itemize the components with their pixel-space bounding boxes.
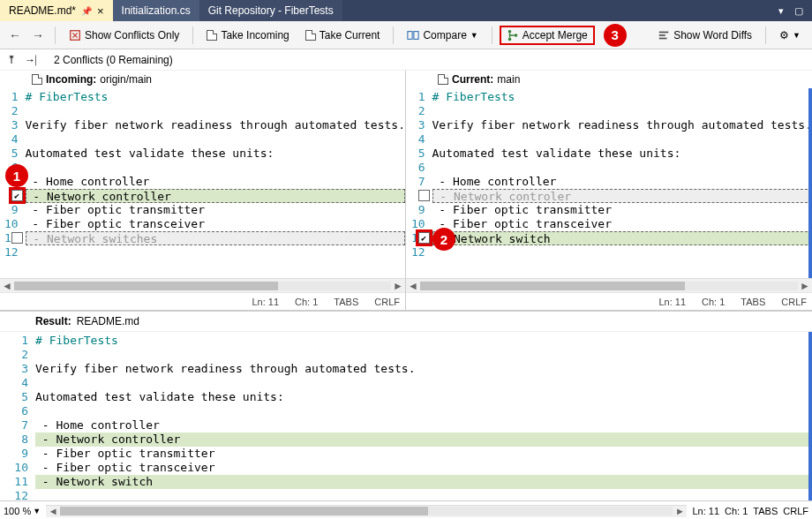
- tab-label: Git Repository - FiberTests: [208, 4, 334, 17]
- code-line: - Home controller: [26, 175, 405, 189]
- pin-icon[interactable]: 📌: [81, 6, 92, 16]
- code-line: - Fiber optic transmitter: [432, 203, 812, 217]
- scroll-left-icon[interactable]: ◄: [0, 280, 14, 292]
- code-line: [26, 245, 405, 260]
- code-line-conflict: - Network controler: [432, 189, 812, 203]
- scroll-right-icon[interactable]: ►: [798, 280, 812, 292]
- svg-rect-8: [659, 37, 667, 39]
- scroll-thumb[interactable]: [60, 507, 428, 515]
- first-conflict-icon[interactable]: ⤒: [7, 54, 16, 66]
- scroll-track[interactable]: [420, 282, 798, 290]
- conflict-checkbox-2[interactable]: [418, 232, 430, 244]
- result-lines: # FiberTests Verify fiber network readin…: [35, 332, 808, 500]
- tab-label: Initialization.cs: [122, 4, 191, 17]
- status-crlf: CRLF: [374, 297, 400, 307]
- conflict-checkbox-1[interactable]: [11, 190, 23, 201]
- take-incoming-button[interactable]: Take Incoming: [200, 26, 295, 45]
- code-line: Verify fiber network readiness through a…: [35, 362, 808, 376]
- svg-rect-7: [659, 34, 665, 36]
- code-line: - Fiber optic transceiver: [432, 217, 812, 231]
- svg-rect-2: [414, 31, 418, 39]
- code-line: [26, 132, 405, 147]
- take-incoming-label: Take Incoming: [221, 29, 289, 41]
- dropdown-icon[interactable]: ▼: [33, 507, 41, 515]
- tab-git-repo[interactable]: Git Repository - FiberTests: [199, 0, 342, 21]
- tab-initialization[interactable]: Initialization.cs: [113, 0, 199, 21]
- scroll-left-icon[interactable]: ◄: [406, 280, 420, 292]
- show-word-diffs-button[interactable]: Show Word Diffs: [651, 26, 758, 45]
- bottom-bar: 100 % ▼ ◄ ► Ln: 11 Ch: 1 TABS CRLF: [0, 500, 812, 519]
- svg-point-5: [514, 34, 517, 37]
- take-current-label: Take Current: [320, 29, 380, 41]
- scroll-track[interactable]: [14, 282, 391, 290]
- scroll-indicator[interactable]: [808, 332, 812, 500]
- take-current-button[interactable]: Take Current: [299, 26, 387, 45]
- tab-overflow: ▾ ▢: [775, 4, 812, 19]
- separator: [492, 26, 492, 44]
- incoming-branch: origin/main: [100, 73, 152, 86]
- separator: [393, 26, 394, 44]
- scroll-thumb[interactable]: [14, 282, 278, 290]
- document-tabs: README.md* 📌 × Initialization.cs Git Rep…: [0, 0, 812, 21]
- incoming-label: Incoming:: [46, 73, 96, 86]
- scroll-thumb[interactable]: [420, 282, 685, 290]
- compare-label: Compare: [423, 29, 466, 41]
- scroll-indicator[interactable]: [808, 88, 812, 278]
- code-line-conflict: - Network switches: [26, 231, 405, 245]
- code-line: [26, 104, 405, 118]
- window-box-icon[interactable]: ▢: [791, 4, 807, 19]
- status-tabs: TABS: [334, 297, 358, 307]
- compare-button[interactable]: Compare ▼: [401, 26, 484, 45]
- nav-back-button[interactable]: ←: [5, 26, 25, 44]
- conflict-nav-bar: ⤒ →⎸ 2 Conflicts (0 Remaining): [0, 49, 812, 71]
- merge-toolbar: ← → Show Conflicts Only Take Incoming Ta…: [0, 21, 812, 49]
- accept-merge-button[interactable]: Accept Merge: [500, 26, 595, 45]
- tab-label: README.md*: [9, 4, 76, 17]
- current-gutter: 123456789101112: [406, 88, 432, 278]
- doc-icon: [207, 30, 217, 41]
- dropdown-icon: ▼: [793, 31, 801, 40]
- current-label: Current:: [452, 73, 493, 86]
- settings-button[interactable]: ⚙ ▼: [773, 26, 807, 45]
- code-line: Verify fiber network readiness through a…: [432, 118, 812, 132]
- code-line: [35, 404, 808, 418]
- zoom-control[interactable]: 100 % ▼: [4, 506, 41, 516]
- next-conflict-icon[interactable]: →⎸: [25, 54, 45, 66]
- tab-readme[interactable]: README.md* 📌 ×: [0, 0, 113, 21]
- conflict-checkbox[interactable]: [418, 190, 430, 201]
- scroll-right-icon[interactable]: ►: [391, 280, 405, 292]
- result-code[interactable]: 123456789101112 # FiberTests Verify fibe…: [0, 331, 812, 500]
- code-line: Automated test validate these units:: [432, 147, 812, 161]
- nav-forward-button[interactable]: →: [28, 26, 48, 44]
- callout-badge-3: 3: [604, 24, 627, 47]
- show-conflicts-button[interactable]: Show Conflicts Only: [63, 26, 185, 45]
- status-ln: Ln: 11: [252, 297, 279, 307]
- scroll-right-icon[interactable]: ►: [673, 506, 687, 516]
- scroll-track[interactable]: [60, 507, 673, 515]
- code-line: [432, 245, 812, 260]
- scroll-left-icon[interactable]: ◄: [46, 506, 60, 516]
- conflict-checkbox[interactable]: [11, 232, 23, 244]
- incoming-hscroll[interactable]: ◄ ►: [0, 278, 405, 292]
- result-label: Result:: [35, 315, 71, 327]
- close-icon[interactable]: ×: [97, 4, 104, 18]
- separator: [765, 26, 766, 44]
- separator: [55, 26, 56, 44]
- code-line: Automated test validate these units:: [26, 147, 405, 161]
- status-ch: Ch: 1: [295, 297, 318, 307]
- incoming-code[interactable]: 123456789101112 # FiberTests Verify fibe…: [0, 88, 405, 278]
- dropdown-icon[interactable]: ▾: [775, 4, 787, 19]
- code-line-conflict: - Network controller: [26, 189, 405, 203]
- code-line: [35, 489, 808, 503]
- merge-icon: [507, 29, 519, 41]
- current-code[interactable]: 123456789101112 # FiberTests Verify fibe…: [406, 88, 812, 278]
- result-hscroll[interactable]: ◄ ►: [46, 505, 687, 517]
- current-hscroll[interactable]: ◄ ►: [406, 278, 812, 292]
- word-diffs-icon: [658, 29, 670, 41]
- code-line: [432, 104, 812, 118]
- code-line-merged: - Network controller: [35, 432, 808, 447]
- separator: [192, 26, 193, 44]
- zoom-value: 100 %: [4, 506, 31, 516]
- svg-point-4: [508, 37, 511, 41]
- result-gutter: 123456789101112: [0, 332, 35, 500]
